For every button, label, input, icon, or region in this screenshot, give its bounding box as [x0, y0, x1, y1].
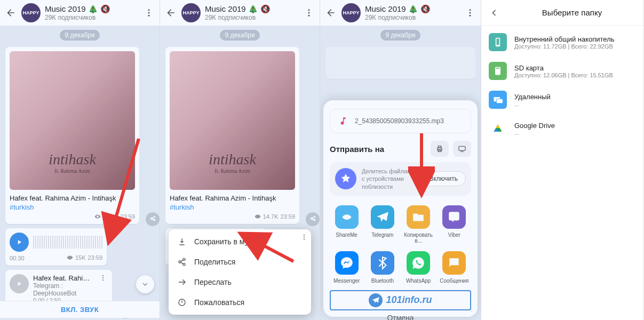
- channel-info[interactable]: Music 2019 🎄 🔇 29K подписчиков: [45, 4, 138, 21]
- audio-message[interactable]: 00:30 15K 23:59: [5, 228, 107, 266]
- message-card[interactable]: intihask ft. Rahima Azim Hafex feat. Rah…: [165, 47, 299, 224]
- share-app-сообщения[interactable]: Сообщения: [438, 249, 471, 286]
- channel-avatar[interactable]: HAPPY: [21, 3, 41, 22]
- date-badge: 9 декабря: [220, 30, 260, 41]
- track-title: Hafex feat. Rahima Azim - Intihaşk: [10, 194, 135, 202]
- cover-title: intihask: [49, 151, 96, 168]
- folder-picker-title: Выберите папку: [507, 8, 637, 17]
- back-arrow-icon[interactable]: [488, 6, 500, 19]
- download-more-icon[interactable]: [99, 274, 108, 284]
- scroll-down-button[interactable]: [136, 275, 154, 293]
- print-icon[interactable]: [431, 141, 449, 157]
- message-meta: 14.7K 23:59: [10, 213, 135, 220]
- enable-nearby-button[interactable]: Включить: [421, 171, 466, 186]
- folder-subtitle: Доступно: 12.06GB | Всего: 15.51GB: [514, 72, 636, 78]
- app-label: Bluetooth: [371, 278, 394, 284]
- folder-item[interactable]: Google Drive...: [481, 114, 643, 143]
- more-options-icon[interactable]: [142, 6, 155, 19]
- ctx-label: Поделиться: [194, 258, 235, 266]
- app-icon: [371, 251, 394, 275]
- context-more-icon[interactable]: [300, 234, 308, 243]
- nearby-icon: [335, 168, 356, 189]
- app-label: WhatsApp: [406, 278, 431, 284]
- hashtag-link[interactable]: #turkish: [170, 203, 295, 211]
- more-options-icon[interactable]: [303, 6, 315, 19]
- telegram-logo-icon: [369, 293, 383, 307]
- share-app-shareme[interactable]: ShareMe: [330, 203, 363, 246]
- file-chip[interactable]: 2_5438500508903933255.mp3: [330, 109, 471, 133]
- app-icon: [442, 205, 466, 229]
- channel-subscribers: 29K подписчиков: [205, 14, 298, 21]
- channel-subscribers: 29K подписчиков: [45, 14, 138, 21]
- share-app-bluetooth[interactable]: Bluetooth: [365, 249, 399, 286]
- track-thumb-icon[interactable]: [10, 274, 29, 293]
- back-arrow-icon[interactable]: [4, 6, 17, 19]
- share-app-viber[interactable]: Viber: [438, 203, 471, 246]
- folder-name: Google Drive: [514, 122, 636, 130]
- app-icon: [407, 205, 430, 229]
- channel-avatar[interactable]: HAPPY: [181, 3, 201, 22]
- app-grid: ShareMeTelegramКопировать в...ViberMesse…: [330, 203, 471, 286]
- ctx-report[interactable]: Пожаловаться: [169, 292, 311, 313]
- forward-icon: [177, 277, 187, 287]
- folder-picker-header: Выберите папку: [481, 0, 643, 26]
- share-button[interactable]: [146, 212, 160, 226]
- svg-point-4: [102, 277, 104, 278]
- telegram-header: HAPPY Music 2019 🎄 🔇 29K подписчиков: [320, 0, 481, 26]
- enable-sound-button[interactable]: ВКЛ. ЗВУК: [0, 301, 160, 318]
- waveform[interactable]: [33, 236, 102, 249]
- channel-info[interactable]: Music 2019 🎄 🔇 29K подписчиков: [205, 4, 298, 21]
- message-meta: 14.7K 23:59: [170, 213, 295, 220]
- ctx-forward[interactable]: Переслать: [169, 272, 311, 292]
- svg-point-9: [308, 12, 310, 14]
- report-icon: [177, 298, 187, 307]
- context-menu: Сохранить в музыку Поделиться Переслать …: [169, 229, 311, 315]
- download-title: Hafex feat. Rahima Az...: [33, 274, 95, 282]
- share-app-whatsapp[interactable]: WhatsApp: [402, 249, 435, 286]
- svg-point-8: [308, 9, 310, 11]
- back-arrow-icon[interactable]: [324, 6, 337, 19]
- share-app-telegram[interactable]: Telegram: [365, 203, 399, 246]
- svg-point-0: [148, 9, 150, 11]
- share-icon: [177, 257, 187, 267]
- share-button[interactable]: [306, 212, 320, 226]
- app-label: Messenger: [333, 278, 360, 284]
- channel-avatar[interactable]: HAPPY: [341, 3, 361, 22]
- audio-duration: 00:30: [10, 255, 25, 261]
- folder-item[interactable]: Внутренний общий накопительДоступно: 11.…: [481, 28, 643, 57]
- telegram-header: HAPPY Music 2019 🎄 🔇 29K подписчиков: [0, 0, 160, 26]
- folder-item[interactable]: SD картаДоступно: 12.06GB | Всего: 15.51…: [481, 57, 643, 85]
- back-arrow-icon[interactable]: [164, 6, 177, 19]
- file-name: 2_5438500508903933255.mp3: [355, 117, 444, 125]
- ctx-save-music[interactable]: Сохранить в музыку: [169, 231, 311, 252]
- share-app-messenger[interactable]: Messenger: [330, 249, 363, 286]
- ctx-label: Переслать: [194, 278, 232, 286]
- ctx-share[interactable]: Поделиться: [169, 252, 311, 272]
- channel-name: Music 2019 🎄 🔇: [45, 4, 138, 14]
- message-card[interactable]: intihask ft. Rahima Azim Hafex feat. Rah…: [5, 47, 139, 224]
- svg-point-1: [148, 12, 150, 14]
- svg-rect-26: [459, 146, 465, 150]
- cast-icon[interactable]: [453, 141, 471, 157]
- svg-rect-32: [496, 68, 500, 69]
- send-to-title: Отправить на: [330, 145, 384, 154]
- folder-subtitle: Доступно: 11.72GB | Всего: 22.92GB: [514, 43, 636, 50]
- channel-info[interactable]: Music 2019 🎄 🔇 29K подписчиков: [365, 4, 459, 21]
- share-app-копировать-в-[interactable]: Копировать в...: [402, 203, 435, 246]
- folder-item[interactable]: Удаленный...: [481, 85, 643, 114]
- nearby-text: Делитесь файлами с устройствами поблизос…: [362, 167, 416, 190]
- message-card: [325, 47, 475, 79]
- views-count: 15K: [75, 254, 86, 261]
- svg-point-12: [304, 237, 305, 238]
- app-icon: [371, 205, 394, 229]
- app-label: Telegram: [371, 232, 393, 238]
- play-button[interactable]: [10, 233, 29, 252]
- cancel-button[interactable]: Отмена: [330, 310, 471, 320]
- more-options-icon[interactable]: [464, 6, 476, 19]
- app-label: Копировать в...: [402, 232, 435, 244]
- storage-icon: [489, 119, 507, 138]
- views-icon: [255, 213, 261, 220]
- views-icon: [67, 254, 73, 261]
- message-time: 23:59: [120, 213, 135, 220]
- hashtag-link[interactable]: #turkish: [10, 203, 135, 211]
